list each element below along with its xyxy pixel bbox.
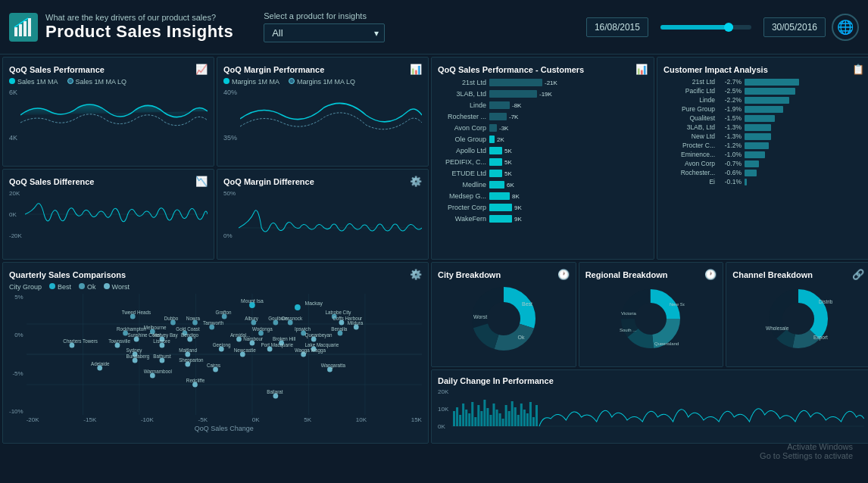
- panel-qoq-sales-title: QoQ Sales Performance 📈: [9, 64, 208, 75]
- channel-icon: 🔗: [852, 269, 864, 280]
- impact-row: 3LAB, Ltd-1.3%: [663, 123, 864, 131]
- panel-customer-impact-title: Customer Impact Analysis 📋: [663, 64, 864, 75]
- customer-bar-row: WakeFern9K: [438, 214, 648, 223]
- panel-quarterly-title: Quarterly Sales Comparisons ⚙️: [9, 269, 422, 280]
- panel-margin-diff: QoQ Margin Difference ⚙️ 50% 0%: [217, 169, 429, 260]
- svg-rect-2: [23, 21, 27, 36]
- header: What are the key drivers of our product …: [0, 0, 868, 55]
- product-selector-area: Select a product for insights All: [264, 11, 385, 42]
- svg-text:Tamworth: Tamworth: [203, 320, 224, 326]
- svg-text:Wangaratta: Wangaratta: [321, 363, 346, 369]
- margin-diff-chart: [239, 190, 422, 239]
- svg-text:Townsville: Townsville: [108, 338, 130, 344]
- svg-text:Ballarat: Ballarat: [267, 389, 283, 394]
- svg-rect-148: [511, 401, 514, 426]
- svg-rect-141: [490, 415, 492, 426]
- svg-text:Maitland: Maitland: [179, 347, 197, 353]
- svg-text:Wodonga: Wodonga: [252, 326, 273, 332]
- svg-text:Mackay: Mackay: [304, 301, 323, 307]
- svg-text:Distributor: Distributor: [819, 299, 832, 304]
- header-subtitle: What are the key drivers of our product …: [45, 13, 233, 22]
- date-slider-thumb: [724, 23, 733, 32]
- svg-text:Sunshine Coast: Sunshine Coast: [127, 332, 161, 338]
- svg-text:Worst: Worst: [473, 314, 487, 319]
- panel-regional-breakdown: Regional Breakdown 🕐 Victoria New Sout..…: [579, 262, 724, 367]
- activate-watermark: Activate Windows Go to Settings to activ…: [760, 442, 853, 460]
- svg-rect-136: [474, 417, 476, 426]
- daily-change-title: Daily Change In Performance: [438, 376, 864, 385]
- diff-icon: 📉: [195, 176, 208, 187]
- svg-text:Sydney: Sydney: [126, 347, 142, 354]
- svg-rect-137: [478, 405, 480, 426]
- regional-breakdown-title: Regional Breakdown 🕐: [585, 269, 717, 280]
- svg-rect-144: [499, 413, 501, 426]
- panel-qoq-customers: QoQ Sales Performance - Customers 📊 21st…: [431, 57, 654, 260]
- panel-daily-change: Daily Change In Performance 20K 10K 0K: [431, 369, 868, 444]
- svg-text:Newcastle: Newcastle: [233, 347, 255, 353]
- customer-bar-row: Medsep G...8K: [438, 192, 648, 201]
- svg-rect-156: [535, 405, 538, 426]
- panel-qoq-margin: QoQ Margin Performance 📊 Margins 1M MA M…: [217, 57, 429, 167]
- svg-rect-135: [471, 402, 473, 426]
- impact-row: New Ltd-1.3%: [663, 132, 864, 140]
- customers-chart-icon: 📊: [635, 64, 648, 75]
- svg-text:Dubbo: Dubbo: [164, 316, 179, 321]
- date-start[interactable]: 16/08/2015: [586, 17, 648, 37]
- customer-bar-row: Medline6K: [438, 180, 648, 189]
- svg-text:Mount Isa: Mount Isa: [241, 298, 264, 304]
- product-select-wrapper[interactable]: All: [264, 23, 385, 42]
- svg-rect-138: [481, 411, 483, 426]
- svg-text:Export: Export: [813, 335, 828, 341]
- svg-rect-153: [526, 413, 529, 426]
- svg-text:Warmambool: Warmambool: [143, 369, 171, 374]
- globe-icon[interactable]: 🌐: [832, 14, 859, 41]
- svg-text:Gold Coast: Gold Coast: [176, 326, 200, 332]
- svg-text:Grafton: Grafton: [215, 310, 231, 315]
- date-end[interactable]: 30/05/2016: [763, 17, 826, 37]
- svg-text:Rockhampton: Rockhampton: [117, 326, 146, 332]
- customer-bar-row: Linde-8K: [438, 101, 648, 110]
- qoq-margin-legend: Margins 1M MA Margins 1M MA LQ: [223, 78, 422, 86]
- svg-text:Bendigo: Bendigo: [181, 332, 198, 338]
- svg-text:Nowra: Nowra: [186, 316, 201, 321]
- product-select[interactable]: All: [264, 23, 385, 42]
- svg-text:Adelaide: Adelaide: [91, 361, 110, 366]
- svg-text:Victoria: Victoria: [621, 311, 637, 316]
- svg-rect-140: [487, 408, 489, 426]
- svg-text:Bathurst: Bathurst: [153, 354, 171, 359]
- date-slider[interactable]: [660, 25, 751, 30]
- svg-rect-154: [529, 402, 532, 426]
- panel-qoq-margin-title: QoQ Margin Performance 📊: [223, 64, 422, 75]
- customers-bar-list: 21st Ltd-21K3LAB, Ltd-19KLinde-8KRochest…: [438, 78, 648, 223]
- svg-text:Wholesale: Wholesale: [766, 326, 789, 331]
- svg-text:Nambour: Nambour: [243, 336, 264, 341]
- svg-rect-131: [459, 415, 461, 426]
- header-title: Product Sales Insights: [45, 22, 233, 42]
- svg-rect-139: [484, 400, 486, 426]
- city-donut: Worst Best Ok: [438, 285, 570, 353]
- svg-text:Redcliffe: Redcliffe: [186, 378, 205, 383]
- svg-rect-147: [508, 411, 510, 426]
- customer-bar-row: 21st Ltd-21K: [438, 78, 648, 87]
- svg-text:Latrobe City: Latrobe City: [325, 310, 351, 316]
- main-grid: QoQ Sales Performance 📈 Sales 1M MA Sale…: [0, 55, 868, 483]
- customer-bar-row: Avon Corp-3K: [438, 123, 648, 132]
- svg-text:Mildura: Mildura: [347, 320, 363, 326]
- svg-rect-149: [514, 407, 517, 426]
- svg-text:Charters Towers: Charters Towers: [63, 338, 98, 344]
- quarterly-icon: ⚙️: [410, 269, 422, 280]
- bottom-right-area: City Breakdown 🕐 Worst Best Ok Regional …: [431, 262, 868, 444]
- panel-qoq-diff-title: QoQ Sales Difference 📉: [9, 176, 208, 187]
- panel-qoq-customers-title: QoQ Sales Performance - Customers 📊: [438, 64, 648, 75]
- qoq-sales-legend: Sales 1M MA Sales 1M MA LQ: [9, 78, 208, 86]
- customer-bar-row: Ole Group2K: [438, 135, 648, 144]
- impact-row: Ei-0.1%: [663, 178, 864, 185]
- panel-quarterly: Quarterly Sales Comparisons ⚙️ City Grou…: [2, 262, 429, 444]
- impact-row: Rochester...-0.6%: [663, 169, 864, 176]
- svg-text:Best: Best: [522, 301, 532, 307]
- svg-text:Albury: Albury: [245, 316, 259, 322]
- svg-text:South ...: South ...: [620, 328, 637, 332]
- svg-text:Queensland: Queensland: [654, 341, 679, 346]
- svg-rect-0: [14, 27, 17, 36]
- line-chart-icon: 📈: [195, 64, 208, 75]
